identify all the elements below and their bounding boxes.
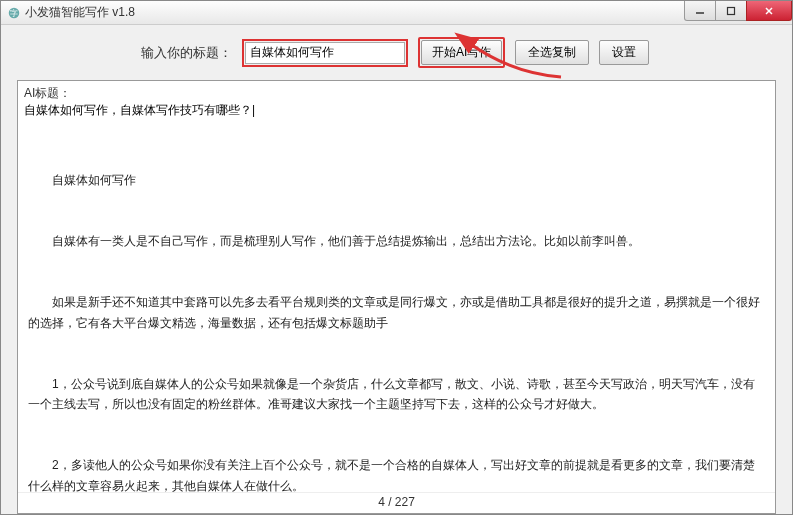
paragraph: 如果是新手还不知道其中套路可以先多去看平台规则类的文章或是同行爆文，亦或是借助工…: [28, 292, 765, 333]
paragraph: 自媒体如何写作: [28, 170, 765, 190]
app-icon: 字: [7, 6, 21, 20]
start-ai-button[interactable]: 开始AI写作: [421, 40, 502, 65]
window-title: 小发猫智能写作 v1.8: [25, 4, 135, 21]
content-panel: AI标题： 自媒体如何写作，自媒体写作技巧有哪些？ 自媒体如何写作 自媒体有一类…: [17, 80, 776, 514]
page-indicator: 4 / 227: [18, 492, 775, 513]
start-ai-highlight: 开始AI写作: [418, 37, 505, 68]
generated-text-area[interactable]: 自媒体如何写作 自媒体有一类人是不自己写作，而是梳理别人写作，他们善于总结提炼输…: [18, 121, 775, 492]
ai-title-value[interactable]: 自媒体如何写作，自媒体写作技巧有哪些？: [18, 102, 775, 121]
app-window: 字 小发猫智能写作 v1.8 输入你的标题： 开始AI写作 全选复制 设置: [0, 0, 793, 515]
minimize-button[interactable]: [684, 1, 716, 21]
paragraph: 自媒体有一类人是不自己写作，而是梳理别人写作，他们善于总结提炼输出，总结出方法论…: [28, 231, 765, 251]
paragraph: 2，多读他人的公众号如果你没有关注上百个公众号，就不是一个合格的自媒体人，写出好…: [28, 455, 765, 492]
maximize-button[interactable]: [715, 1, 747, 21]
titlebar[interactable]: 字 小发猫智能写作 v1.8: [1, 1, 792, 25]
settings-button[interactable]: 设置: [599, 40, 649, 65]
title-input-highlight: [242, 39, 408, 67]
title-input-label: 输入你的标题：: [141, 44, 232, 62]
ai-title-label: AI标题：: [18, 81, 775, 102]
close-button[interactable]: [746, 1, 792, 21]
svg-text:字: 字: [10, 8, 18, 17]
window-controls: [685, 1, 792, 21]
title-input[interactable]: [245, 42, 405, 64]
toolbar: 输入你的标题： 开始AI写作 全选复制 设置: [1, 25, 792, 80]
paragraph: 1，公众号说到底自媒体人的公众号如果就像是一个杂货店，什么文章都写，散文、小说、…: [28, 374, 765, 415]
copy-all-button[interactable]: 全选复制: [515, 40, 589, 65]
svg-rect-3: [728, 7, 735, 14]
